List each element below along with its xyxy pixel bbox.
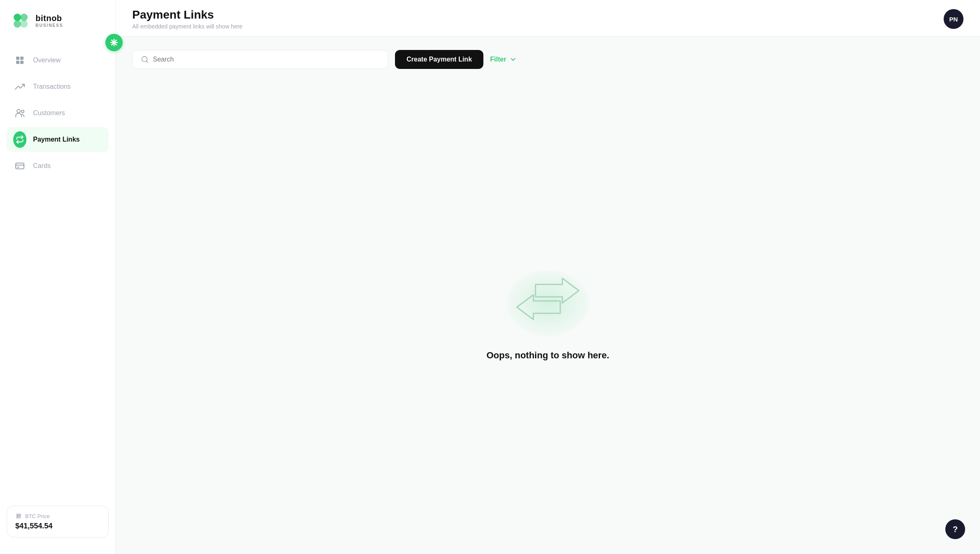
svg-rect-9: [20, 57, 24, 60]
search-icon: [141, 55, 149, 64]
topbar: Payment Links All embedded payment links…: [116, 0, 980, 37]
help-icon: ?: [953, 525, 958, 534]
sidebar-item-customers-label: Customers: [33, 109, 65, 117]
page-title-area: Payment Links All embedded payment links…: [132, 8, 243, 30]
help-button[interactable]: ?: [945, 519, 965, 539]
svg-rect-10: [16, 61, 19, 64]
empty-state: Oops, nothing to show here.: [132, 85, 963, 541]
arrows-svg: [502, 266, 593, 332]
overview-icon: [13, 54, 26, 67]
main-content: Payment Links All embedded payment links…: [116, 0, 980, 554]
actions-row: Create Payment Link Filter: [132, 50, 963, 69]
svg-rect-18: [17, 515, 19, 516]
search-input[interactable]: [153, 56, 380, 63]
btc-price-value: $41,554.54: [15, 522, 100, 530]
page-title: Payment Links: [132, 8, 243, 21]
page-subtitle: All embedded payment links will show her…: [132, 23, 243, 30]
sidebar-item-overview-label: Overview: [33, 57, 61, 64]
svg-marker-23: [535, 278, 579, 303]
svg-rect-19: [19, 515, 20, 516]
nav-section: Overview Transactions Cust: [0, 45, 115, 499]
svg-point-0: [14, 14, 21, 21]
svg-marker-24: [517, 295, 560, 320]
svg-rect-11: [20, 61, 24, 64]
btc-price-card: BTC Price $41,554.54: [7, 506, 109, 537]
transfer-illustration: [502, 266, 593, 340]
sidebar-item-transactions[interactable]: Transactions: [7, 74, 109, 99]
transactions-icon: [13, 80, 26, 93]
bitnob-logo-icon: [10, 10, 31, 31]
brand-sub: BUSINESS: [36, 23, 63, 28]
sidebar-item-customers[interactable]: Customers: [7, 101, 109, 125]
svg-point-1: [20, 14, 28, 21]
svg-rect-8: [16, 57, 19, 60]
svg-rect-14: [16, 163, 24, 169]
cards-icon: [13, 159, 26, 173]
sidebar-item-payment-links-label: Payment Links: [33, 136, 80, 143]
svg-rect-17: [16, 514, 21, 518]
payment-links-icon-wrapper: [13, 133, 26, 146]
sidebar-item-overview[interactable]: Overview: [7, 48, 109, 73]
svg-point-12: [17, 109, 20, 113]
green-bubble-button[interactable]: [105, 34, 123, 51]
svg-line-22: [146, 61, 147, 62]
svg-rect-20: [17, 516, 19, 518]
filter-label: Filter: [490, 56, 506, 63]
content-area: Create Payment Link Filter Oops, no: [116, 37, 980, 554]
user-avatar[interactable]: PN: [944, 9, 963, 29]
logo-area: bitnob BUSINESS: [0, 10, 115, 45]
spark-icon: [110, 38, 118, 47]
svg-point-13: [21, 110, 24, 113]
empty-message: Oops, nothing to show here.: [487, 350, 609, 361]
chevron-down-icon: [509, 56, 517, 63]
svg-point-3: [20, 20, 28, 28]
sidebar: bitnob BUSINESS Overview: [0, 0, 116, 554]
svg-point-2: [14, 20, 21, 28]
brand-name: bitnob: [36, 14, 62, 23]
btc-label: BTC Price: [25, 513, 50, 519]
sidebar-item-cards[interactable]: Cards: [7, 154, 109, 178]
btc-header: BTC Price: [15, 513, 100, 519]
sidebar-item-transactions-label: Transactions: [33, 83, 71, 90]
customers-icon: [13, 107, 26, 120]
payment-links-active-circle: [13, 131, 26, 148]
logo-text-area: bitnob BUSINESS: [36, 14, 63, 28]
filter-button[interactable]: Filter: [490, 56, 517, 63]
sidebar-item-cards-label: Cards: [33, 162, 51, 170]
create-payment-link-button[interactable]: Create Payment Link: [395, 50, 483, 69]
svg-rect-16: [17, 167, 19, 168]
sidebar-item-payment-links[interactable]: Payment Links: [7, 127, 109, 152]
search-box[interactable]: [132, 50, 388, 69]
btc-icon: [15, 513, 22, 519]
